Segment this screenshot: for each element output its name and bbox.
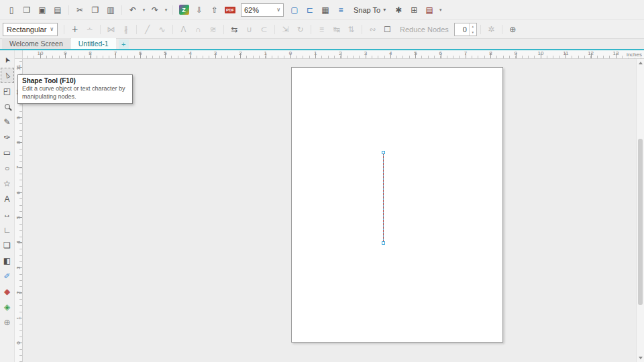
ruler-number: 13 (612, 50, 619, 56)
curve-smoothness-icon[interactable]: ✲ (484, 22, 498, 36)
smart-fill-tool[interactable]: ◈ (1, 299, 14, 314)
crop-tool[interactable]: ◰ (1, 83, 14, 99)
publish-to-pdf-icon-glyph: PDF (225, 7, 235, 13)
spinner-up-icon[interactable]: ▴ (470, 23, 476, 29)
scrollbar-thumb[interactable] (638, 139, 643, 305)
horizontal-ruler[interactable]: inches 10987654321012345678910111213 (23, 50, 644, 59)
spinner-down-icon[interactable]: ▾ (470, 29, 476, 36)
convert-to-line-icon[interactable]: ╱ (140, 22, 154, 36)
ruler-number: 3 (214, 50, 217, 56)
snap-to-dropdown[interactable]: Snap To▾ (349, 3, 390, 17)
show-guidelines-icon[interactable]: ≡ (333, 3, 348, 17)
undo-dropdown-icon[interactable]: ▾ (141, 3, 147, 17)
copy-icon[interactable]: ❐ (88, 3, 103, 17)
ruler-origin-button[interactable] (15, 50, 23, 59)
align-nodes-icon[interactable]: ≡ (315, 22, 329, 36)
cut-icon[interactable]: ✂ (72, 3, 87, 17)
ruler-number: 6 (139, 50, 142, 56)
elastic-mode-icon[interactable]: ∾ (366, 22, 380, 36)
redo-dropdown-icon[interactable]: ▾ (163, 3, 169, 17)
rectangle-tool[interactable]: ▭ (1, 145, 14, 160)
vertical-ruler[interactable]: 11109876543210 (15, 59, 23, 362)
add-tools-button[interactable]: ⊕ (1, 314, 14, 330)
pick-tool[interactable]: ➤ (1, 52, 14, 68)
delete-nodes-icon[interactable]: ∸ (83, 22, 97, 36)
options-icon[interactable]: ✱ (391, 3, 406, 17)
close-curve-icon[interactable]: ∪ (242, 22, 256, 36)
crop-tool-glyph: ◰ (3, 87, 11, 95)
application-launcher-icon[interactable]: ⊞ (407, 3, 421, 17)
polygon-tool[interactable]: ☆ (1, 176, 14, 191)
canvas-area[interactable] (23, 59, 636, 362)
stretch-nodes-icon[interactable]: ⇲ (278, 22, 292, 36)
add-nodes-icon[interactable]: ∔ (68, 22, 82, 36)
zoom-tool[interactable] (1, 99, 14, 114)
tab-welcome-screen[interactable]: Welcome Screen (2, 38, 70, 49)
transparency-tool[interactable]: ◧ (1, 253, 14, 268)
cusp-node-icon[interactable]: Λ (176, 22, 191, 36)
selection-mode-combo[interactable]: Rectangular∨ (3, 23, 58, 36)
break-curve-icon[interactable]: ∦ (119, 22, 133, 36)
drop-shadow-tool[interactable]: ❏ (1, 237, 14, 253)
vertical-scrollbar[interactable] (636, 59, 644, 362)
freehand-tool[interactable]: ✎ (1, 114, 14, 129)
full-screen-preview-icon[interactable]: ▢ (287, 3, 302, 17)
select-all-nodes-icon[interactable]: ☐ (380, 22, 394, 36)
reflect-vertical-icon[interactable]: ⇅ (344, 22, 358, 36)
smart-fill-tool-glyph: ◈ (4, 303, 10, 311)
print-icon[interactable]: ▤ (50, 3, 65, 17)
zoom-level-combo[interactable]: 62%∨ (241, 3, 284, 17)
curve-smoothness-spinner[interactable]: 0▴▾ (454, 23, 477, 36)
ruler-number: 3 (364, 50, 367, 56)
redo-icon[interactable]: ↷ (148, 3, 162, 17)
show-grid-icon[interactable]: ▦ (318, 3, 333, 17)
reverse-direction-icon[interactable]: ⇆ (227, 22, 241, 36)
shape-tool[interactable]: ▻ (1, 68, 14, 83)
workspace-dropdown-icon[interactable]: ▾ (437, 3, 443, 17)
text-tool[interactable]: A (1, 191, 14, 206)
interactive-fill-tool-glyph: ◆ (4, 288, 10, 296)
export-icon[interactable]: ⇧ (207, 3, 222, 17)
curve-node-top[interactable] (382, 151, 385, 154)
smooth-node-icon[interactable]: ∩ (191, 22, 205, 36)
save-icon[interactable]: ▣ (35, 3, 50, 17)
rotate-skew-nodes-icon[interactable]: ↻ (293, 22, 307, 36)
document-tabs: Welcome ScreenUntitled-1+ (0, 38, 644, 49)
extract-subpath-icon[interactable]: ⊂ (257, 22, 271, 36)
spinner-steppers[interactable]: ▴▾ (469, 23, 476, 36)
color-eyedropper-tool[interactable]: ✐ (1, 268, 14, 284)
ellipse-tool[interactable]: ○ (1, 160, 14, 176)
new-tab-button[interactable]: + (119, 40, 129, 49)
parallel-dimension-tool[interactable]: ↔ (1, 206, 14, 222)
import-icon[interactable]: ⇩ (192, 3, 207, 17)
tab-untitled-1[interactable]: Untitled-1 (71, 38, 116, 49)
workspace-icon[interactable]: ▤ (422, 3, 437, 17)
scroll-up-icon[interactable] (637, 59, 644, 67)
curve-node-bottom[interactable] (382, 241, 385, 245)
new-document-icon[interactable]: ▯ (4, 3, 19, 17)
connector-tool[interactable]: ∟ (1, 222, 14, 237)
more-options-icon[interactable]: ⊕ (506, 22, 520, 36)
toolbar-separator (61, 22, 67, 37)
document-page[interactable] (291, 67, 503, 343)
rectangle-tool-glyph: ▭ (3, 149, 11, 157)
search-content-icon[interactable]: Z (176, 3, 191, 17)
show-rulers-icon[interactable]: ⊏ (303, 3, 317, 17)
ruler-number: 12 (588, 50, 594, 56)
publish-to-pdf-icon[interactable]: PDF (223, 3, 237, 17)
artistic-media-tool[interactable]: ✑ (1, 129, 14, 145)
open-document-icon[interactable]: ❒ (19, 3, 34, 17)
symmetrical-node-icon[interactable]: ≋ (206, 22, 220, 36)
undo-icon[interactable]: ↶ (125, 3, 140, 17)
scroll-down-icon[interactable] (637, 354, 644, 362)
reflect-horizontal-icon[interactable]: ↹ (329, 22, 343, 36)
interactive-fill-tool[interactable]: ◆ (1, 284, 14, 299)
paste-icon[interactable]: ▥ (103, 3, 118, 17)
pick-tool-glyph: ➤ (3, 56, 12, 64)
toolbox: ➤▻◰✎✑▭○☆A↔∟❏◧✐◆◈⊕ (0, 50, 15, 362)
ruler-number: 3 (15, 264, 21, 271)
drawn-curve[interactable] (383, 153, 384, 243)
join-nodes-icon[interactable]: ⋈ (104, 22, 118, 36)
convert-to-curve-icon[interactable]: ∿ (155, 22, 169, 36)
ruler-number: 1 (15, 314, 21, 321)
